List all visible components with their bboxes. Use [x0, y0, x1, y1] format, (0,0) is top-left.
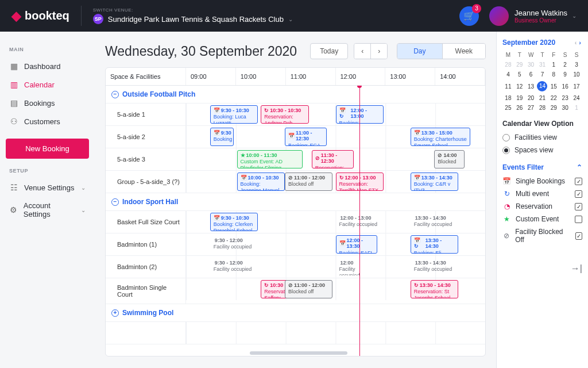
- mini-cal-day[interactable]: 5: [514, 70, 525, 79]
- calendar-event[interactable]: ⊘11:30 - 12:30Reservation: St Josephs Sc…: [312, 150, 354, 168]
- mini-cal-day[interactable]: 31: [537, 60, 548, 70]
- calendar-event[interactable]: 9:30 - 12:00Facility occupied: [210, 235, 282, 254]
- row-track[interactable]: ↻10:30 - 11:00Reservation: Saffery Champ…: [186, 278, 485, 300]
- mini-cal-day[interactable]: 20: [525, 93, 537, 103]
- mini-cal-day[interactable]: 26: [514, 103, 525, 113]
- user-menu[interactable]: Jeanne Watkins Business Owner: [514, 9, 567, 24]
- sidebar-item-dashboard[interactable]: ▦Dashboard: [6, 57, 89, 75]
- row-track[interactable]: [186, 322, 485, 344]
- calendar-event[interactable]: 📅11:00 - 12:30Booking: ECA-International: [285, 128, 327, 146]
- mini-cal-day[interactable]: 2: [559, 60, 571, 70]
- filter-row[interactable]: ◔Reservation: [502, 200, 582, 213]
- row-track[interactable]: 9:30 - 12:00Facility occupied📅12:00 - 13…: [186, 233, 485, 255]
- filter-row[interactable]: ↻Multi event: [502, 187, 582, 200]
- calendar-event[interactable]: ⊘11:00 - 12:00Blocked off: [285, 172, 332, 191]
- new-booking-button[interactable]: New Booking: [6, 139, 89, 159]
- mini-cal-day[interactable]: 13: [525, 79, 537, 93]
- mini-cal-day[interactable]: 30: [525, 60, 537, 70]
- view-spaces-radio[interactable]: Spaces view: [502, 144, 582, 156]
- mini-cal-day[interactable]: 29: [514, 60, 525, 70]
- mini-cal-day[interactable]: 1: [571, 103, 582, 113]
- sidebar-item-account-settings[interactable]: ⚙Account Settings⌄: [6, 197, 89, 223]
- calendar-event[interactable]: 📅10:00 - 10:30Booking: Jeannine Manvel S…: [237, 172, 285, 191]
- mini-cal-day[interactable]: 22: [548, 93, 559, 103]
- mini-cal-day[interactable]: 25: [502, 103, 514, 113]
- logo[interactable]: ◆ bookteq: [11, 9, 69, 24]
- today-button[interactable]: Today: [310, 43, 348, 59]
- mini-cal-day[interactable]: 11: [502, 79, 514, 93]
- sidebar-item-calendar[interactable]: ▥Calendar: [6, 75, 89, 94]
- sidebar-item-venue-settings[interactable]: ☷Venue Settings⌄: [6, 178, 89, 197]
- mini-cal-day[interactable]: 18: [502, 93, 514, 103]
- view-week-button[interactable]: Week: [442, 44, 485, 59]
- next-day-button[interactable]: ›: [370, 44, 387, 59]
- mini-cal-day[interactable]: 14: [537, 79, 548, 93]
- mini-cal-day[interactable]: 28: [502, 60, 514, 70]
- row-track[interactable]: 📅10:00 - 10:30Booking: Jeannine Manvel S…: [186, 171, 485, 193]
- calendar-event[interactable]: 12:00Facility occupied: [336, 258, 366, 276]
- mini-cal-day[interactable]: 29: [548, 103, 559, 113]
- mini-cal-day[interactable]: 24: [571, 93, 582, 103]
- calendar-event[interactable]: ↻10:30 - 10:30Reservation: Andrew Poh: [261, 105, 308, 124]
- mini-cal-day[interactable]: 4: [502, 70, 514, 79]
- mini-cal-day[interactable]: 16: [559, 79, 571, 93]
- group-header[interactable]: −Indoor Sport Hall: [106, 193, 485, 211]
- mini-cal-day[interactable]: 12: [514, 79, 525, 93]
- mini-cal-day[interactable]: 19: [514, 93, 525, 103]
- calendar-event[interactable]: ↻13:30 - 14:30Reservation: St Josephs Sc…: [411, 280, 458, 298]
- calendar-event[interactable]: 13:30 - 14:30Facility occupied: [411, 258, 458, 276]
- calendar-event[interactable]: 📅9:30 - 10:30Booking: Clerken Parochial …: [210, 213, 258, 231]
- calendar-event[interactable]: ★10:00 - 11:30Custom Event: AD Playfinde…: [237, 150, 303, 168]
- calendar-event[interactable]: 📅12:00 - 13:30Booking: EAFL – Regular Mo…: [336, 235, 378, 254]
- mini-cal-day[interactable]: 17: [571, 79, 582, 93]
- mini-calendar[interactable]: MTWTFSS282930311234567891011121314151617…: [502, 50, 582, 113]
- filter-row[interactable]: 📅Single Bookings: [502, 175, 582, 187]
- mini-cal-day[interactable]: 7: [537, 70, 548, 79]
- mini-cal-day[interactable]: 1: [548, 60, 559, 70]
- calendar-event[interactable]: 13:30 - 14:30Facility occupied: [411, 213, 458, 231]
- row-track[interactable]: 📅9:30 - 10:30Booking: Clerken Parochial …: [186, 211, 485, 233]
- chevron-up-icon[interactable]: ⌃: [577, 163, 582, 171]
- calendar-event[interactable]: 📅13:30 - 15:00Booking: Charterhouse Squa…: [411, 128, 470, 146]
- group-header[interactable]: −Outside Football Pitch: [106, 86, 485, 103]
- venue-switcher[interactable]: SWITCH VENUE: SP Sundridge Park Lawn Ten…: [93, 7, 293, 24]
- row-track[interactable]: 📅9:30Booking📅11:00 - 12:30Booking: ECA-I…: [186, 126, 485, 148]
- mini-cal-day[interactable]: 23: [559, 93, 571, 103]
- mini-cal-day[interactable]: 10: [571, 70, 582, 79]
- row-track[interactable]: ★10:00 - 11:30Custom Event: AD Playfinde…: [186, 148, 485, 170]
- sidebar-item-customers[interactable]: ⚇Customers: [6, 112, 89, 131]
- mini-cal-day[interactable]: 9: [559, 70, 571, 79]
- cart-button[interactable]: 🛒 3: [459, 6, 479, 26]
- horizontal-scrollbar[interactable]: [250, 351, 347, 355]
- view-facilities-radio[interactable]: Facilities view: [502, 131, 582, 144]
- calendar-event[interactable]: 📅9:30 - 10:30Booking: Luca Luzzatti: [210, 105, 258, 124]
- avatar[interactable]: [489, 6, 509, 26]
- row-track[interactable]: 9:30 - 12:00Facility occupied12:00Facili…: [186, 256, 485, 278]
- group-header[interactable]: +Swimming Pool: [106, 304, 485, 322]
- mini-cal-day[interactable]: 30: [559, 103, 571, 113]
- filter-row[interactable]: ⊘Facility Blocked Off: [502, 225, 582, 246]
- mini-cal-day[interactable]: 15: [548, 79, 559, 93]
- sidebar-item-bookings[interactable]: ▤Bookings: [6, 94, 89, 112]
- calendar-event[interactable]: 📅↻12:00 - 13:00Booking: Jeannine Manvel …: [336, 105, 384, 124]
- collapse-panel-button[interactable]: →|: [502, 263, 582, 274]
- calendar-body[interactable]: −Outside Football Pitch5-a-side 1📅9:30 -…: [106, 86, 485, 356]
- calendar-event[interactable]: 9:30 - 12:00Facility occupied: [210, 258, 282, 276]
- calendar-event[interactable]: ↻12:00 - 13:00Reservation: Twelfth Man S…: [336, 172, 384, 191]
- mini-cal-day[interactable]: 8: [548, 70, 559, 79]
- calendar-event[interactable]: ⊘14:00Blocked: [434, 150, 464, 168]
- calendar-event[interactable]: 📅13:30 - 14:30Booking: C&R v ITV3: [411, 172, 458, 191]
- mini-cal-day[interactable]: 6: [525, 70, 537, 79]
- row-track[interactable]: 📅9:30 - 10:30Booking: Luca Luzzatti↻10:3…: [186, 103, 485, 125]
- view-day-button[interactable]: Day: [397, 44, 442, 59]
- mini-cal-day[interactable]: 27: [525, 103, 537, 113]
- mini-cal-day[interactable]: 28: [537, 103, 548, 113]
- calendar-event[interactable]: ⊘11:00 - 12:00Blocked off: [285, 280, 332, 298]
- calendar-event[interactable]: 📅↻13:30 - 14:30Booking: Eli Clarke: [411, 235, 458, 254]
- mini-cal-day[interactable]: 21: [537, 93, 548, 103]
- prev-day-button[interactable]: ‹: [354, 44, 370, 59]
- mini-cal-next[interactable]: ›: [578, 39, 582, 46]
- filter-row[interactable]: ★Custom Event: [502, 213, 582, 225]
- calendar-event[interactable]: 📅9:30Booking: [210, 128, 234, 146]
- calendar-event[interactable]: 12:00 - 13:00Facility occupied: [336, 213, 384, 231]
